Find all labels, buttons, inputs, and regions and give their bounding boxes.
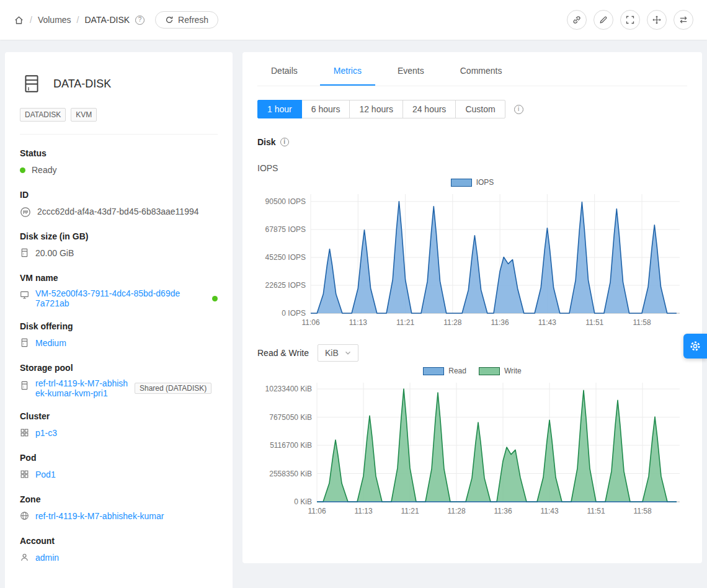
zone-link[interactable]: ref-trl-4119-k-M7-abhishek-kumar — [35, 510, 164, 523]
status-dot — [20, 167, 25, 173]
breadcrumb-volumes[interactable]: Volumes — [38, 15, 71, 25]
legend-item: IOPS — [451, 178, 494, 187]
fullscreen-icon — [625, 15, 635, 25]
legend-swatch — [451, 179, 472, 187]
time-range-group: 1 hour 6 hours 12 hours 24 hours Custom — [257, 100, 505, 118]
svg-text:11:51: 11:51 — [585, 318, 603, 327]
pod-icon — [20, 470, 29, 479]
svg-text:11:58: 11:58 — [633, 507, 651, 515]
resource-info-card: DATA-DISK DATADISK KVM Status Ready ID 2… — [5, 52, 233, 588]
field-vm-name: VM name VM-52e00f43-7911-4dc4-85bd-d69de… — [20, 273, 218, 308]
storage-pool-badge: Shared (DATADISK) — [135, 383, 211, 394]
home-icon[interactable] — [14, 15, 24, 25]
svg-text:22625 IOPS: 22625 IOPS — [265, 281, 306, 290]
range-custom[interactable]: Custom — [455, 100, 505, 118]
read-write-chart: 11:0611:1311:2111:2811:3611:4311:5111:58… — [257, 376, 687, 520]
read-write-title: Read & Write — [257, 348, 309, 358]
legend-label: Write — [504, 367, 522, 375]
legend-swatch — [423, 367, 444, 375]
range-1-hour[interactable]: 1 hour — [257, 100, 302, 118]
vm-link[interactable]: VM-52e00f43-7911-4dc4-85bd-d69de7a721ab — [35, 288, 183, 308]
field-pod: Pod Pod1 — [20, 453, 218, 481]
info-icon[interactable]: i — [514, 105, 523, 114]
field-label: Disk size (in GB) — [20, 231, 218, 241]
field-label: Cluster — [20, 411, 218, 421]
disk-offering-link[interactable]: Medium — [35, 337, 66, 350]
swap-icon — [678, 15, 688, 25]
top-bar: / Volumes / DATA-DISK ? Refresh — [0, 0, 707, 40]
vm-icon — [20, 290, 29, 300]
time-range-row: 1 hour 6 hours 12 hours 24 hours Custom … — [257, 100, 687, 118]
field-label: Status — [20, 148, 218, 158]
svg-text:5116700 KiB: 5116700 KiB — [270, 441, 312, 450]
offering-icon — [20, 338, 29, 347]
refresh-icon — [165, 16, 174, 24]
tab-details[interactable]: Details — [257, 57, 311, 86]
settings-button[interactable] — [683, 334, 707, 359]
field-label: Account — [20, 536, 218, 546]
refresh-button[interactable]: Refresh — [155, 11, 218, 29]
svg-text:45250 IOPS: 45250 IOPS — [265, 253, 306, 262]
migrate-button[interactable] — [674, 10, 693, 30]
storage-pool-link[interactable]: ref-trl-4119-k-M7-abhishek-kumar-kvm-pri… — [35, 378, 128, 398]
svg-text:11:51: 11:51 — [587, 507, 605, 515]
tag-row: DATADISK KVM — [20, 108, 218, 122]
volume-icon — [21, 73, 42, 94]
svg-text:0 IOPS: 0 IOPS — [282, 309, 306, 318]
field-label: ID — [20, 190, 218, 200]
edit-button[interactable] — [594, 10, 613, 30]
read-write-row: Read & Write KiB — [257, 344, 687, 362]
page-content: DATA-DISK DATADISK KVM Status Ready ID 2… — [0, 40, 707, 588]
barcode-icon — [20, 207, 31, 218]
detail-card: Details Metrics Events Comments 1 hour 6… — [242, 52, 702, 563]
tab-metrics[interactable]: Metrics — [320, 57, 375, 86]
legend-item: Read — [423, 367, 466, 375]
detail-tabs: Details Metrics Events Comments — [257, 57, 687, 86]
field-storage-pool: Storage pool ref-trl-4119-k-M7-abhishek-… — [20, 363, 218, 398]
tab-events[interactable]: Events — [384, 57, 438, 86]
iops-legend: IOPS — [257, 178, 687, 187]
breadcrumb-separator: / — [30, 15, 32, 25]
vm-status-dot — [212, 296, 218, 301]
breadcrumb-separator: / — [77, 15, 79, 25]
help-icon[interactable]: ? — [135, 16, 145, 25]
tag-datadisk: DATADISK — [20, 108, 66, 122]
resource-title: DATA-DISK — [53, 78, 111, 91]
disk-section-title: Disk i — [257, 137, 687, 147]
cluster-link[interactable]: p1-c3 — [35, 427, 57, 440]
field-label: Zone — [20, 494, 218, 504]
svg-text:11:58: 11:58 — [633, 318, 651, 327]
zone-globe-icon — [20, 511, 29, 520]
range-24-hours[interactable]: 24 hours — [402, 100, 456, 118]
field-label: Pod — [20, 453, 218, 463]
svg-text:67875 IOPS: 67875 IOPS — [265, 225, 306, 234]
field-disk-offering: Disk offering Medium — [20, 321, 218, 350]
resize-button[interactable] — [620, 10, 640, 30]
read-write-legend: ReadWrite — [257, 367, 687, 375]
range-6-hours[interactable]: 6 hours — [301, 100, 350, 118]
legend-swatch — [479, 367, 500, 375]
info-icon[interactable]: i — [280, 138, 289, 146]
move-button[interactable] — [647, 10, 667, 30]
tab-comments[interactable]: Comments — [447, 57, 516, 86]
unit-select[interactable]: KiB — [318, 344, 358, 362]
user-icon — [20, 553, 29, 562]
svg-text:2558350 KiB: 2558350 KiB — [269, 470, 312, 478]
breadcrumb: / Volumes / DATA-DISK ? Refresh — [14, 11, 218, 29]
move-icon — [652, 15, 662, 25]
iops-chart-title: IOPS — [257, 163, 687, 173]
disk-icon — [20, 248, 29, 257]
range-12-hours[interactable]: 12 hours — [349, 100, 402, 118]
legend-label: Read — [448, 367, 466, 375]
account-link[interactable]: admin — [35, 551, 59, 564]
svg-text:11:21: 11:21 — [396, 318, 414, 327]
iops-chart: 11:0611:1311:2111:2811:3611:4311:5111:58… — [257, 188, 687, 332]
svg-text:11:06: 11:06 — [301, 318, 319, 327]
svg-text:11:13: 11:13 — [354, 507, 372, 515]
copy-link-button[interactable] — [567, 10, 587, 30]
svg-text:7675050 KiB: 7675050 KiB — [269, 413, 312, 422]
field-label: VM name — [20, 273, 218, 283]
pod-link[interactable]: Pod1 — [35, 468, 56, 481]
breadcrumb-current: DATA-DISK — [84, 15, 130, 25]
field-cluster: Cluster p1-c3 — [20, 411, 218, 440]
